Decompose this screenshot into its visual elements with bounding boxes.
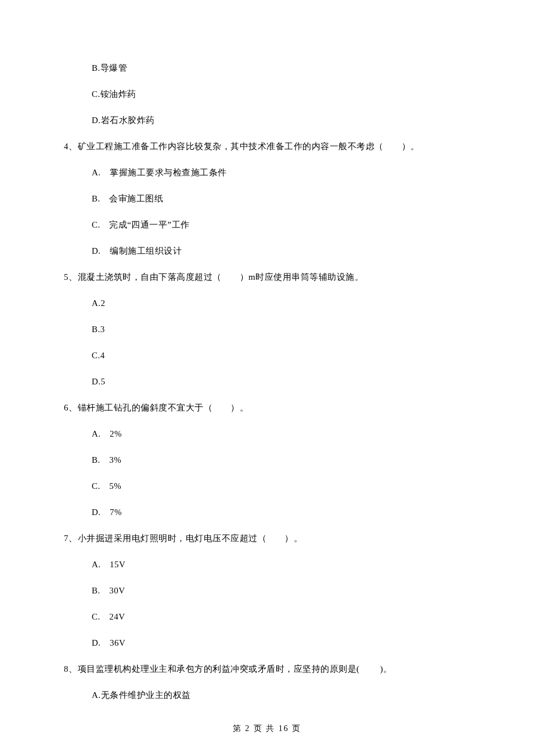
question-5-option-b: B.3 — [92, 325, 470, 334]
question-6-option-b: B. 3% — [92, 456, 470, 465]
question-stem: 锚杆施工钻孔的偏斜度不宜大于（ ）。 — [78, 403, 249, 412]
question-6-option-c: C. 5% — [92, 482, 470, 491]
fragment-option-b: B.导爆管 — [92, 64, 470, 73]
question-number: 7、 — [64, 534, 78, 543]
question-4: 4、矿业工程施工准备工作内容比较复杂，其中技术准备工作的内容一般不考虑（ ）。 — [64, 142, 470, 151]
question-number: 8、 — [64, 664, 78, 674]
question-5: 5、混凝土浇筑时，自由下落高度超过（ ）m时应使用串筒等辅助设施。 — [64, 273, 470, 282]
question-stem: 矿业工程施工准备工作内容比较复杂，其中技术准备工作的内容一般不考虑（ ）。 — [78, 142, 420, 151]
question-stem: 混凝土浇筑时，自由下落高度超过（ ）m时应使用串筒等辅助设施。 — [78, 272, 364, 282]
question-5-option-d: D.5 — [92, 377, 470, 386]
question-6-option-d: D. 7% — [92, 508, 470, 517]
question-4-option-a: A. 掌握施工要求与检查施工条件 — [92, 168, 470, 177]
question-7: 7、小井掘进采用电灯照明时，电灯电压不应超过（ ）。 — [64, 534, 470, 543]
question-6: 6、锚杆施工钻孔的偏斜度不宜大于（ ）。 — [64, 404, 470, 412]
fragment-option-c: C.铵油炸药 — [92, 90, 470, 99]
fragment-option-d: D.岩石水胶炸药 — [92, 116, 470, 125]
question-8-option-a: A.无条件维护业主的权益 — [92, 691, 470, 700]
page-container: B.导爆管 C.铵油炸药 D.岩石水胶炸药 4、矿业工程施工准备工作内容比较复杂… — [0, 0, 534, 756]
question-stem: 小井掘进采用电灯照明时，电灯电压不应超过（ ）。 — [78, 534, 303, 543]
question-number: 6、 — [64, 403, 78, 412]
question-8: 8、项目监理机构处理业主和承包方的利益冲突或矛盾时，应坚持的原则是( )。 — [64, 665, 470, 674]
page-footer: 第 2 页 共 16 页 — [0, 723, 534, 734]
question-7-option-a: A. 15V — [92, 560, 470, 569]
question-7-option-c: C. 24V — [92, 613, 470, 621]
question-number: 5、 — [64, 272, 78, 282]
question-4-option-b: B. 会审施工图纸 — [92, 195, 470, 203]
question-7-option-b: B. 30V — [92, 586, 470, 595]
question-5-option-a: A.2 — [92, 299, 470, 308]
question-number: 4、 — [64, 142, 78, 151]
question-4-option-c: C. 完成“四通一平”工作 — [92, 221, 470, 229]
question-6-option-a: A. 2% — [92, 430, 470, 438]
question-7-option-d: D. 36V — [92, 639, 470, 647]
question-4-option-d: D. 编制施工组织设计 — [92, 247, 470, 255]
question-5-option-c: C.4 — [92, 351, 470, 360]
question-stem: 项目监理机构处理业主和承包方的利益冲突或矛盾时，应坚持的原则是( )。 — [78, 664, 392, 674]
